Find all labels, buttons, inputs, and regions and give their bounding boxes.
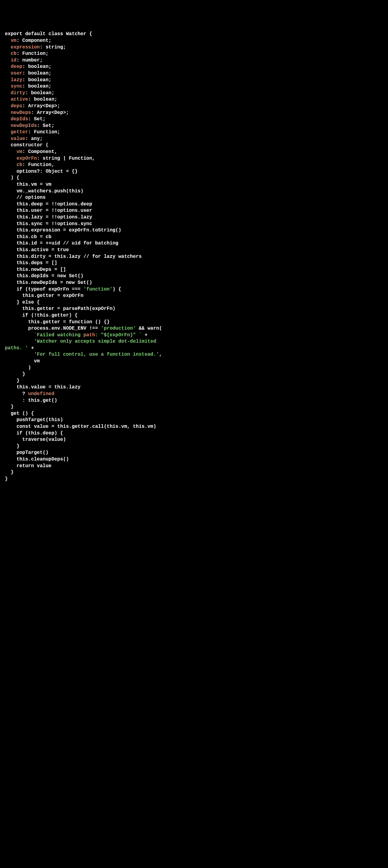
line-cb: this.cb = cb (17, 234, 51, 240)
line-expression: this.expression = expOrFn.toString() (17, 227, 121, 233)
string-function: 'function' (83, 287, 113, 292)
param-options: options? (17, 169, 40, 174)
string-paths-cont: paths. ' (5, 345, 28, 351)
string-failed-watching: `Failed watching (34, 332, 83, 338)
kw-undefined: undefined (28, 391, 54, 397)
line-tern-get: : this.get() (23, 398, 57, 403)
prop-cb: cb (10, 51, 17, 56)
code-block: export default class Watcher { vm: Compo… (5, 31, 383, 482)
prop-getter: getter (10, 129, 28, 135)
line-newDeps: this.newDeps = [] (17, 267, 66, 272)
line-this-vm: this.vm = vm (17, 182, 51, 187)
line-pushTarget: pushTarget(this) (17, 417, 63, 423)
prop-newDepIds: newDepIds (10, 123, 37, 128)
param-expOrFn: expOrFn (17, 156, 37, 161)
line-id: this.id = ++uid // uid for batching (17, 241, 118, 246)
prop-deep: deep (10, 64, 22, 69)
line-const-value: const value = this.getter.call(this.vm, … (17, 424, 156, 429)
prop-user: user (10, 70, 22, 76)
prop-vm: vm (10, 38, 17, 43)
line-user: this.user = !!options.user (17, 208, 92, 213)
line-depIds: this.depIds = new Set() (17, 273, 83, 279)
prop-expression: expression (10, 44, 40, 50)
param-vm: vm (17, 149, 22, 155)
line-deps: this.deps = [] (17, 260, 57, 266)
string-full-control: 'For full control, use a function instea… (34, 352, 159, 357)
prop-active: active (10, 97, 28, 102)
prop-deps: deps (10, 103, 22, 109)
string-watcher-accepts: 'Watcher only accepts simple dot-delimit… (34, 339, 159, 344)
kw-class: class (49, 31, 63, 37)
line-noop: this.getter = function () {} (28, 319, 110, 325)
line-lazy: this.lazy = !!options.lazy (17, 215, 92, 220)
line-parsePath: this.getter = parsePath(expOrFn) (23, 306, 116, 311)
prop-depIds: depIds (10, 116, 28, 122)
line-active: this.active = true (17, 247, 69, 253)
kw-constructor: constructor (10, 143, 43, 148)
line-deep: this.deep = !!options.deep (17, 202, 92, 207)
type-vm: Component (23, 38, 49, 43)
line-cleanupDeps: this.cleanupDeps() (17, 457, 69, 462)
line-traverse: traverse(value) (23, 437, 66, 442)
line-sync: this.sync = !!options.sync (17, 221, 92, 227)
prop-value: value (10, 136, 25, 142)
prop-sync: sync (10, 84, 22, 89)
line-if-not-getter: if (!this.getter) { (23, 313, 78, 318)
line-if-deep: if (this.deep) { (17, 431, 63, 436)
line-push: vm._watchers.push(this) (17, 188, 83, 194)
prop-lazy: lazy (10, 77, 22, 83)
line-popTarget: popTarget() (17, 450, 49, 455)
line-return: return value (17, 463, 51, 469)
prop-dirty: dirty (10, 90, 25, 96)
string-path: path (83, 332, 95, 338)
line-newDepIds: this.newDepIds = new Set() (17, 280, 92, 285)
kw-export: export (5, 31, 23, 37)
line-env: process.env.NODE_ENV !== (28, 326, 101, 331)
prop-newDeps: newDeps (10, 110, 31, 116)
comment-options: // options (17, 195, 46, 200)
method-get: get (10, 411, 20, 416)
string-production: 'production' (101, 326, 136, 331)
line-dirty: this.dirty = this.lazy // for lazy watch… (17, 254, 142, 259)
arg-vm: vm (34, 359, 40, 364)
line-value: this.value = this.lazy (17, 384, 80, 390)
prop-id: id (10, 58, 17, 63)
line-else: } else { (17, 300, 40, 305)
kw-default: default (25, 31, 46, 37)
class-name: Watcher (66, 31, 86, 37)
line-getter-fn: this.getter = expOrFn (23, 293, 84, 299)
brace-close: } (5, 476, 8, 482)
param-cb: cb (17, 162, 22, 167)
brace-open: { (89, 31, 92, 37)
line-if-typeof: if (typeof expOrFn === (17, 287, 83, 292)
